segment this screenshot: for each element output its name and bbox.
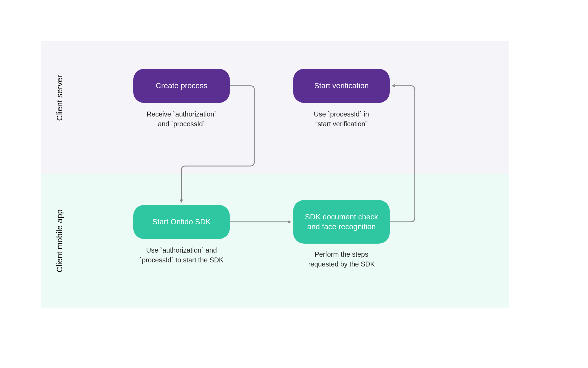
lane-client-server — [41, 41, 509, 174]
node-start-sdk-title: Start Onfido SDK — [152, 217, 211, 227]
caption-sdk-check: Perform the stepsrequested by the SDK — [293, 249, 390, 269]
node-sdk-check: SDK document checkand face recognition — [293, 200, 390, 244]
node-start-verification-title: Start verification — [314, 81, 369, 91]
flow-diagram: Client server Client mobile app Create p… — [0, 0, 588, 368]
caption-create-process: Receive `authorization`and `processId` — [133, 109, 230, 129]
node-create-process: Create process — [133, 69, 230, 103]
caption-start-sdk: Use `authorization` and`processId` to st… — [128, 245, 235, 265]
lane-label-server: Client server — [55, 63, 64, 133]
node-sdk-check-title: SDK document checkand face recognition — [305, 212, 378, 232]
caption-start-verification: Use `processId` in“start verification” — [293, 109, 390, 129]
lane-client-mobile-app — [41, 174, 509, 308]
node-start-verification: Start verification — [293, 69, 390, 103]
lane-label-mobile: Client mobile app — [55, 196, 64, 286]
node-start-sdk: Start Onfido SDK — [133, 205, 230, 239]
node-create-process-title: Create process — [156, 81, 208, 91]
